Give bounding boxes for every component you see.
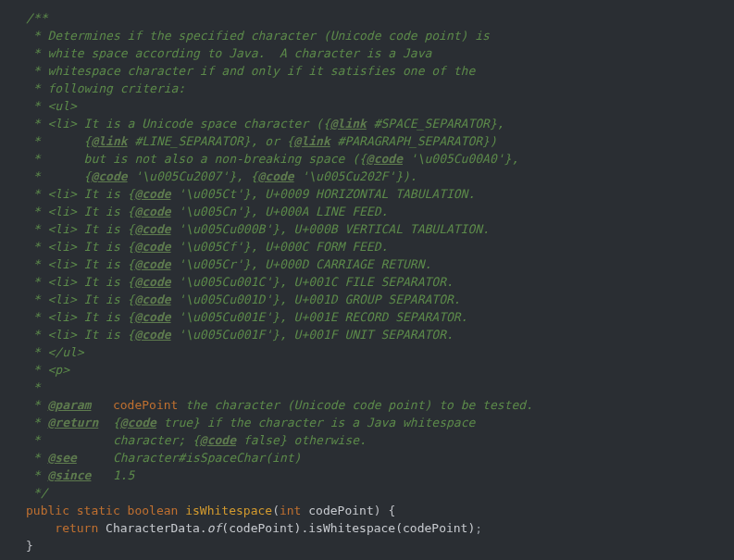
- jdoc-line: [91, 398, 112, 412]
- expression: (codePoint).isWhitespace(codePoint): [221, 521, 475, 535]
- jdoc-line: * </ul>: [26, 345, 84, 359]
- jdoc-line: * <li> It is {: [26, 275, 134, 289]
- indent: [26, 521, 55, 535]
- javadoc-code-tag: @code: [120, 416, 156, 429]
- jdoc-line: * Determines if the specified character …: [26, 29, 490, 43]
- method-call-of: of: [207, 521, 222, 535]
- javadoc-link-tag: @link: [91, 134, 127, 148]
- param-type: int: [280, 504, 301, 517]
- jdoc-line: the character (Unicode code point) to be…: [178, 398, 533, 412]
- javadoc-code-tag: @code: [134, 240, 170, 254]
- jdoc-line: * <li> It is {: [26, 310, 134, 324]
- jdoc-line: '\u005Cn'}, U+000A LINE FEED.: [171, 205, 389, 218]
- jdoc-line: * character; {: [26, 433, 200, 447]
- jdoc-line: #PARAGRAPH_SEPARATOR}): [330, 134, 497, 148]
- keyword-static: static: [77, 504, 120, 517]
- jdoc-line: '\u005Cu001D'}, U+001D GROUP SEPARATOR.: [171, 292, 461, 306]
- javadoc-code-tag: @code: [134, 205, 170, 218]
- jdoc-line: Character#isSpaceChar(int): [77, 451, 302, 465]
- javadoc-code-tag: @code: [134, 310, 170, 324]
- javadoc-comment: /** * Determines if the specified charac…: [26, 11, 533, 500]
- jdoc-line: *: [26, 468, 47, 482]
- javadoc-code-tag: @code: [134, 187, 170, 201]
- jdoc-line: '\u005Cu001E'}, U+001E RECORD SEPARATOR.: [171, 310, 468, 324]
- code-editor: /** * Determines if the specified charac…: [0, 0, 734, 554]
- jdoc-line: * {: [26, 134, 91, 148]
- rbrace: }: [26, 539, 33, 553]
- jdoc-line: * <li> It is {: [26, 187, 134, 201]
- jdoc-line: *: [26, 451, 47, 465]
- jdoc-line: * <li> It is {: [26, 205, 134, 218]
- semi: ;: [475, 521, 482, 535]
- javadoc-param-name: codePoint: [113, 398, 178, 412]
- jdoc-line: '\u005Cu00A0'},: [403, 152, 518, 166]
- keyword-return: return: [55, 521, 98, 535]
- jdoc-line: * <li> It is {: [26, 292, 134, 306]
- jdoc-line: #LINE_SEPARATOR}, or {: [128, 134, 294, 148]
- jdoc-line: * following criteria:: [26, 81, 185, 95]
- jdoc-line: * {: [26, 169, 91, 183]
- javadoc-code-tag: @code: [134, 275, 170, 289]
- keyword-public: public: [26, 504, 69, 517]
- jdoc-line: *: [26, 398, 47, 412]
- jdoc-line: {: [98, 416, 119, 429]
- javadoc-code-tag: @code: [367, 152, 403, 166]
- jdoc-line: true} if the character is a Java whitesp…: [156, 416, 475, 429]
- jdoc-line: * but is not also a non-breaking space (…: [26, 152, 367, 166]
- jdoc-line: * <p>: [26, 363, 69, 377]
- javadoc-code-tag: @code: [134, 257, 170, 271]
- javadoc-param-tag: @param: [47, 398, 91, 412]
- javadoc-code-tag: @code: [257, 169, 293, 183]
- jdoc-line: * <li> It is {: [26, 240, 134, 254]
- method-name: isWhitespace: [185, 504, 272, 517]
- javadoc-return-tag: @return: [47, 416, 98, 429]
- javadoc-code-tag: @code: [200, 433, 236, 447]
- jdoc-line: * <li> It is {: [26, 222, 134, 236]
- jdoc-line: * white space according to Java. A chara…: [26, 46, 431, 60]
- jdoc-line: false} otherwise.: [236, 433, 367, 447]
- keyword-boolean: boolean: [128, 504, 179, 517]
- expression: CharacterData.: [98, 521, 206, 535]
- jdoc-line: * whitespace character if and only if it…: [26, 64, 475, 78]
- javadoc-link-tag: @link: [330, 117, 367, 131]
- jdoc-line: * <ul>: [26, 99, 77, 113]
- jdoc-line: #SPACE_SEPARATOR},: [367, 117, 504, 131]
- jdoc-line: 1.5: [91, 468, 134, 482]
- javadoc-code-tag: @code: [91, 169, 127, 183]
- jdoc-open: /**: [26, 11, 47, 25]
- jdoc-line: '\u005Cf'}, U+000C FORM FEED.: [171, 240, 389, 254]
- jdoc-line: '\u005Cu202F'}).: [294, 169, 417, 183]
- jdoc-close: */: [26, 486, 47, 500]
- jdoc-line: * <li> It is {: [26, 328, 134, 342]
- javadoc-code-tag: @code: [134, 328, 170, 342]
- rparen: ): [374, 504, 381, 517]
- javadoc-code-tag: @code: [134, 292, 170, 306]
- jdoc-line: '\u005Cu001F'}, U+001F UNIT SEPARATOR.: [171, 328, 454, 342]
- javadoc-since-tag: @since: [47, 468, 91, 482]
- param-name: codePoint: [301, 504, 373, 517]
- jdoc-line: '\u005Cu2007'}, {: [128, 169, 258, 183]
- jdoc-line: *: [26, 380, 41, 394]
- jdoc-line: *: [26, 416, 47, 429]
- jdoc-line: '\u005Cu001C'}, U+001C FILE SEPARATOR.: [171, 275, 454, 289]
- jdoc-line: '\u005Cr'}, U+000D CARRIAGE RETURN.: [171, 257, 432, 271]
- javadoc-see-tag: @see: [47, 451, 76, 465]
- jdoc-line: * <li> It is a Unicode space character (…: [26, 117, 330, 131]
- lbrace: {: [381, 504, 396, 517]
- lparen: (: [272, 504, 280, 517]
- jdoc-line: * <li> It is {: [26, 257, 134, 271]
- jdoc-line: '\u005Cu000B'}, U+000B VERTICAL TABULATI…: [171, 222, 490, 236]
- javadoc-link-tag: @link: [294, 134, 330, 148]
- javadoc-code-tag: @code: [134, 222, 170, 236]
- jdoc-line: '\u005Ct'}, U+0009 HORIZONTAL TABULATION…: [171, 187, 476, 201]
